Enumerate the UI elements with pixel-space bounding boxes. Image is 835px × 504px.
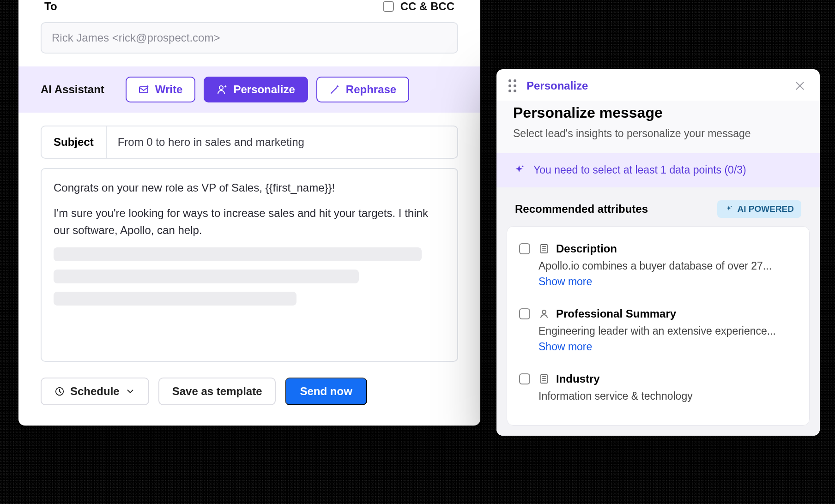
skeleton-line [54,270,359,283]
attribute-label: Professional Summary [556,307,676,320]
panel-header: Personalize [496,69,820,101]
attribute-row: Industry Information service & technolog… [519,366,797,415]
email-composer: To CC & BCC Rick James <rick@prospect.co… [18,0,480,426]
cc-bcc-toggle[interactable]: CC & BCC [383,0,454,13]
skeleton-line [54,247,422,261]
panel-heading: Personalize message [513,104,803,121]
skeleton-line [54,292,296,306]
sparkle-icon [725,205,733,213]
schedule-label: Schedule [70,385,120,398]
save-template-button[interactable]: Save as template [158,378,276,405]
hint-text: You need to select at least 1 data point… [533,162,746,178]
attribute-checkbox[interactable] [519,243,530,254]
panel-description: Select lead's insights to personalize yo… [513,126,803,141]
attribute-label: Description [556,242,617,255]
write-button[interactable]: Write [126,77,196,102]
to-label: To [44,0,57,13]
recommended-title: Recommended attributes [515,203,648,216]
to-row: To CC & BCC [18,0,480,18]
hint-bar: You need to select at least 1 data point… [496,153,820,187]
rephrase-button-label: Rephrase [346,83,396,96]
attribute-text: Engineering leader with an extensive exp… [539,323,797,355]
mail-sparkle-icon [139,84,150,95]
write-button-label: Write [155,83,183,96]
cc-bcc-checkbox[interactable] [383,1,394,12]
person-sparkle-icon [217,84,228,95]
subject-input[interactable]: From 0 to hero in sales and marketing [107,126,457,158]
subject-label: Subject [42,126,107,158]
attribute-text: Apollo.io combines a buyer database of o… [539,258,797,290]
email-body[interactable]: Congrats on your new role as VP of Sales… [41,168,458,362]
to-input[interactable]: Rick James <rick@prospect.com> [41,22,458,54]
attribute-text: Information service & technology [539,388,797,404]
attribute-checkbox[interactable] [519,308,530,319]
ai-powered-badge: AI POWERED [717,200,801,218]
attributes-card: Description Apollo.io combines a buyer d… [507,226,810,426]
personalize-button[interactable]: Personalize [204,77,308,102]
cc-bcc-label: CC & BCC [400,0,454,13]
show-more-link[interactable]: Show more [539,341,592,353]
ai-powered-label: AI POWERED [738,204,794,214]
panel-tab-title: Personalize [526,79,588,92]
personalize-button-label: Personalize [233,83,295,96]
ai-assistant-bar: AI Assistant Write Personalize Rephrase [18,66,480,113]
drag-handle-icon[interactable] [508,79,516,92]
close-button[interactable] [794,80,806,92]
ai-assistant-title: AI Assistant [41,83,104,96]
clock-icon [54,386,65,396]
schedule-button[interactable]: Schedule [41,378,149,405]
recommended-header: Recommended attributes AI POWERED [507,198,810,226]
wand-icon [329,84,340,95]
save-template-label: Save as template [172,385,262,398]
subject-row: Subject From 0 to hero in sales and mark… [41,126,458,159]
send-now-label: Send now [300,385,352,398]
panel-subheader: Personalize message Select lead's insigh… [496,101,820,153]
rephrase-button[interactable]: Rephrase [316,77,409,102]
panel-body: Recommended attributes AI POWERED Descri… [496,187,820,436]
sparkle-icon [513,164,525,176]
building-icon [539,373,550,384]
chevron-down-icon [125,386,135,396]
show-more-link[interactable]: Show more [539,276,592,288]
attribute-checkbox[interactable] [519,373,530,384]
attribute-row: Professional Summary Engineering leader … [519,301,797,366]
send-now-button[interactable]: Send now [285,378,367,405]
close-icon [794,80,806,92]
attribute-row: Description Apollo.io combines a buyer d… [519,237,797,301]
building-icon [539,243,550,254]
body-paragraph-1: Congrats on your new role as VP of Sales… [54,179,445,196]
attribute-label: Industry [556,372,600,385]
personalize-panel: Personalize Personalize message Select l… [496,69,820,436]
body-paragraph-2: I'm sure you're looking for ways to incr… [54,204,445,239]
person-icon [539,308,550,319]
action-row: Schedule Save as template Send now [18,362,480,426]
